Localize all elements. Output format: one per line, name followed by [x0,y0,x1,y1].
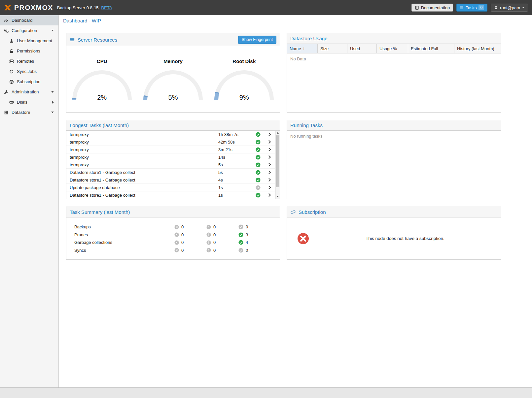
task-status-ok-icon [256,132,261,137]
sidebar-item-dashboard[interactable]: Dashboard [0,15,58,25]
sidebar-item-configuration[interactable]: Configuration [0,25,58,36]
sidebar-item-label: Sync Jobs [17,69,37,74]
task-status-ok-icon [256,140,261,145]
sidebar-item-label: Remotes [17,59,34,64]
longest-tasks-body: termproxy1h 38m 7stermproxy42m 58stermpr… [66,131,280,199]
column-header-used[interactable]: Used [347,44,377,53]
datastore-usage-header: Datastore Usage [287,33,501,44]
longest-tasks-title: Longest Tasks (last Month) [70,122,129,128]
chevron-right-icon[interactable] [264,193,275,197]
column-header-size[interactable]: Size [318,44,347,53]
sidebar-item-sync-jobs[interactable]: Sync Jobs [0,66,58,77]
column-header-name[interactable]: Name↑ [287,44,318,53]
error-count-icon [174,240,179,245]
sidebar: DashboardConfigurationUser ManagementPer… [0,15,59,387]
scrollbar[interactable] [275,131,280,199]
warning-count: 0 [213,232,216,237]
task-name: termproxy [66,155,218,160]
gauge-arc: 9% [214,70,274,102]
gauges: CPU2%Memory5%Root Disk9% [66,46,280,102]
tasks-button[interactable]: Tasks 0 [456,4,487,12]
sidebar-item-user-management[interactable]: User Management [0,36,58,46]
running-tasks-header: Running Tasks [287,120,501,131]
task-status-ok-icon [256,193,261,198]
task-name: Datastore store1 - Garbage collect [66,193,218,198]
task-duration: 1s [218,193,252,198]
caret-down-icon [51,30,54,31]
subscription-header: Subscription [287,207,501,217]
scroll-up-arrow-icon[interactable] [276,131,280,135]
task-row[interactable]: termproxy3m 21s [66,146,275,153]
task-summary-panel: Task Summary (last Month) Backups000Prun… [66,207,280,260]
main-content: Dashboard - WIP Server Resources Show Fi… [59,15,532,387]
task-name: termproxy [66,147,218,152]
task-status-unknown-icon: ? [256,185,261,190]
sidebar-item-subscription[interactable]: Subscription [0,77,58,87]
gauge-value: 5% [143,94,203,101]
chevron-right-icon[interactable] [264,162,275,167]
sidebar-item-remotes[interactable]: Remotes [0,56,58,66]
ok-count-icon [238,240,243,245]
chevron-right-icon[interactable] [264,147,275,152]
chevron-right-icon[interactable] [264,132,275,137]
error-count: 0 [181,224,184,229]
caret-down-icon [522,7,525,8]
chevron-right-icon[interactable] [264,170,275,175]
sidebar-item-disks[interactable]: Disks [0,97,58,107]
sidebar-item-datastore[interactable]: Datastore [0,107,58,117]
warning-count: 0 [213,224,216,229]
subscription-panel: Subscription This node does not have a s… [287,207,501,260]
column-header-usage-[interactable]: Usage % [377,44,408,53]
task-duration: 3m 21s [218,147,252,152]
no-subscription-icon [297,233,309,245]
caret-right-icon [52,101,54,104]
task-list-icon [460,6,464,10]
datastore-usage-empty: No Data [287,53,501,64]
task-row[interactable]: Datastore store1 - Garbage collect4s [66,176,275,184]
user-menu-button[interactable]: root@pam [491,4,528,12]
task-row[interactable]: Update package database1s? [66,184,275,191]
task-row[interactable]: Datastore store1 - Garbage collect5s [66,169,275,176]
sync-icon [9,69,14,74]
subscription-body: This node does not have a subscription. [287,217,501,259]
task-row[interactable]: termproxy1h 38m 7s [66,131,275,138]
task-duration: 5s [218,162,252,167]
column-header-estimated-full[interactable]: Estimated Full [408,44,454,53]
chevron-right-icon[interactable] [264,178,275,182]
brand-name: PROXMOX [14,4,53,12]
summary-label: Syncs [74,248,174,253]
warning-count-icon [206,225,211,229]
documentation-button[interactable]: Documentation [411,4,453,12]
sidebar-item-permissions[interactable]: Permissions [0,46,58,56]
task-duration: 4s [218,178,252,182]
scrollbar-thumb[interactable] [276,135,279,187]
task-row[interactable]: termproxy14s [66,153,275,161]
summary-row: Garbage collections004 [66,239,280,247]
task-duration: 14s [218,155,252,160]
datastore-usage-panel: Datastore Usage Name↑SizeUsedUsage %Esti… [287,33,501,113]
sidebar-item-administration[interactable]: Administration [0,87,58,97]
chevron-right-icon[interactable] [264,155,275,159]
book-icon [415,6,419,10]
server-resources-title: Server Resources [78,37,117,43]
server-resources-header: Server Resources Show Fingerprint [66,33,280,46]
datastore-usage-table-header: Name↑SizeUsedUsage %Estimated FullHistor… [287,44,501,53]
beta-link[interactable]: BETA [101,5,112,10]
chevron-right-icon[interactable] [264,140,275,144]
task-row[interactable]: Datastore store1 - Garbage collect1s [66,191,275,199]
column-label: History (last Month) [457,46,494,51]
task-row[interactable]: termproxy42m 58s [66,138,275,146]
scroll-down-arrow-icon[interactable] [276,194,280,199]
svg-text:?: ? [257,186,259,189]
show-fingerprint-button[interactable]: Show Fingerprint [238,36,277,44]
caret-down-icon [51,91,54,93]
chevron-right-icon[interactable] [264,185,275,190]
ok-count-icon [238,248,243,253]
column-header-history-last-month-[interactable]: History (last Month) [454,44,501,53]
task-row[interactable]: termproxy5s [66,161,275,169]
warning-count: 0 [213,248,216,253]
warning-count-icon [206,232,211,237]
gauge-arc: 5% [143,70,203,102]
hdd-icon [9,100,14,105]
sidebar-item-label: Permissions [17,49,40,53]
